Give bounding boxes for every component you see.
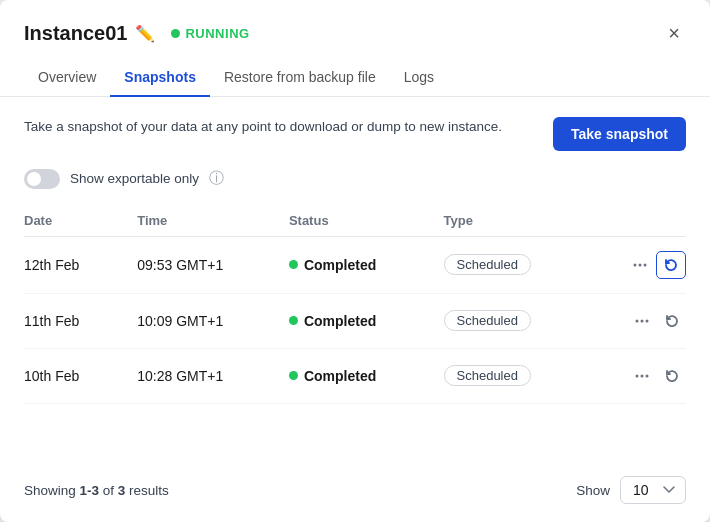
tab-snapshots[interactable]: Snapshots: [110, 59, 210, 97]
table-row: 12th Feb 09:53 GMT+1 Completed Scheduled: [24, 236, 686, 293]
restore-icon: [663, 257, 679, 273]
type-badge: Scheduled: [444, 310, 531, 331]
status-text: RUNNING: [185, 26, 249, 41]
status-dot-icon: [171, 29, 180, 38]
status-value: Completed: [304, 368, 376, 384]
svg-point-8: [646, 374, 649, 377]
status-value: Completed: [304, 257, 376, 273]
restore-button[interactable]: [656, 251, 686, 279]
more-options-button[interactable]: [628, 308, 656, 334]
cell-status: Completed: [289, 236, 444, 293]
restore-icon: [664, 368, 680, 384]
instance-title: Instance01: [24, 22, 127, 45]
description-text: Take a snapshot of your data at any poin…: [24, 117, 502, 137]
modal: Instance01 ✏️ RUNNING × Overview Snapsho…: [0, 0, 710, 522]
cell-actions: [598, 236, 686, 293]
cell-type: Scheduled: [444, 236, 599, 293]
cell-type: Scheduled: [444, 348, 599, 403]
more-options-button[interactable]: [626, 252, 654, 278]
svg-point-2: [644, 263, 647, 266]
cell-type: Scheduled: [444, 293, 599, 348]
cell-date: 10th Feb: [24, 348, 137, 403]
tab-logs[interactable]: Logs: [390, 59, 448, 97]
table-row: 10th Feb 10:28 GMT+1 Completed Scheduled: [24, 348, 686, 403]
show-label: Show: [576, 483, 610, 498]
ellipsis-icon: [634, 368, 650, 384]
close-button[interactable]: ×: [662, 18, 686, 49]
showing-prefix: Showing: [24, 483, 80, 498]
restore-button[interactable]: [658, 363, 686, 389]
cell-time: 10:09 GMT+1: [137, 293, 289, 348]
svg-point-0: [634, 263, 637, 266]
svg-point-6: [636, 374, 639, 377]
info-icon[interactable]: ⓘ: [209, 169, 224, 188]
more-options-button[interactable]: [628, 363, 656, 389]
tab-bar: Overview Snapshots Restore from backup f…: [0, 59, 710, 97]
restore-icon: [664, 313, 680, 329]
snapshots-table: Date Time Status Type 12th Feb 09:53 GMT…: [24, 205, 686, 404]
svg-point-5: [646, 319, 649, 322]
svg-point-1: [639, 263, 642, 266]
take-snapshot-button[interactable]: Take snapshot: [553, 117, 686, 151]
tab-overview[interactable]: Overview: [24, 59, 110, 97]
col-header-time: Time: [137, 205, 289, 237]
col-header-status: Status: [289, 205, 444, 237]
col-header-date: Date: [24, 205, 137, 237]
restore-button[interactable]: [658, 308, 686, 334]
completed-dot-icon: [289, 260, 298, 269]
svg-point-4: [641, 319, 644, 322]
tab-restore[interactable]: Restore from backup file: [210, 59, 390, 97]
toggle-row: Show exportable only ⓘ: [24, 169, 686, 189]
page-size-select[interactable]: 10 25 50 100: [620, 476, 686, 504]
cell-status: Completed: [289, 293, 444, 348]
content-area: Take a snapshot of your data at any poin…: [0, 97, 710, 463]
toggle-label: Show exportable only: [70, 171, 199, 186]
cell-date: 11th Feb: [24, 293, 137, 348]
completed-dot-icon: [289, 371, 298, 380]
row-actions: [598, 308, 686, 334]
table-row: 11th Feb 10:09 GMT+1 Completed Scheduled: [24, 293, 686, 348]
showing-suffix: results: [125, 483, 169, 498]
modal-header: Instance01 ✏️ RUNNING ×: [0, 0, 710, 49]
col-header-actions: [598, 205, 686, 237]
type-badge: Scheduled: [444, 254, 531, 275]
cell-date: 12th Feb: [24, 236, 137, 293]
cell-status: Completed: [289, 348, 444, 403]
ellipsis-icon: [634, 313, 650, 329]
header-left: Instance01 ✏️ RUNNING: [24, 22, 250, 45]
row-actions: [598, 363, 686, 389]
status-value: Completed: [304, 313, 376, 329]
type-badge: Scheduled: [444, 365, 531, 386]
edit-icon[interactable]: ✏️: [135, 24, 155, 43]
showing-of: of: [99, 483, 118, 498]
show-select: Show 10 25 50 100: [576, 476, 686, 504]
cell-actions: [598, 348, 686, 403]
cell-time: 09:53 GMT+1: [137, 236, 289, 293]
status-badge: RUNNING: [171, 26, 249, 41]
completed-dot-icon: [289, 316, 298, 325]
exportable-toggle[interactable]: [24, 169, 60, 189]
cell-actions: [598, 293, 686, 348]
ellipsis-icon: [632, 257, 648, 273]
footer: Showing 1-3 of 3 results Show 10 25 50 1…: [0, 462, 710, 522]
description-row: Take a snapshot of your data at any poin…: [24, 117, 686, 151]
cell-time: 10:28 GMT+1: [137, 348, 289, 403]
footer-info: Showing 1-3 of 3 results: [24, 483, 169, 498]
svg-point-7: [641, 374, 644, 377]
row-actions: [598, 251, 686, 279]
col-header-type: Type: [444, 205, 599, 237]
showing-range: 1-3: [80, 483, 100, 498]
svg-point-3: [636, 319, 639, 322]
